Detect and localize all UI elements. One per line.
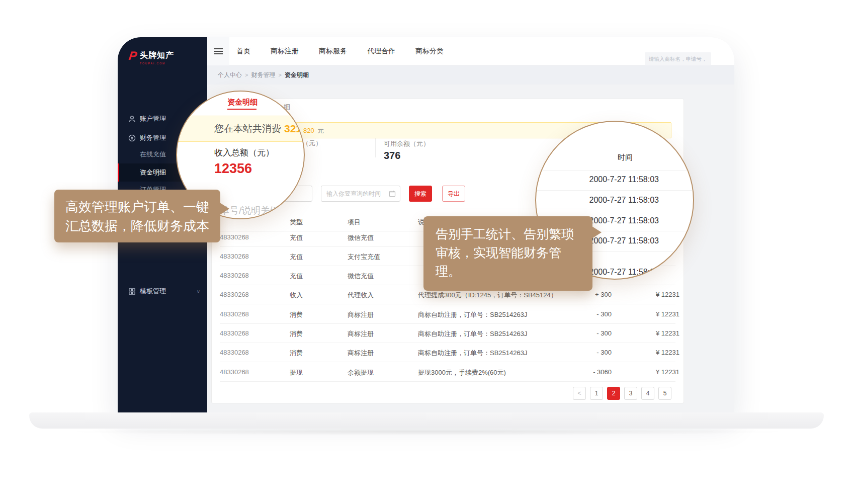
stat-label-fragment: （元）	[302, 139, 322, 148]
pagination-prev-button[interactable]: <	[573, 387, 586, 400]
export-button[interactable]: 导出	[442, 186, 465, 202]
pagination-page-3[interactable]: 3	[624, 387, 637, 400]
callout-text: 汇总数据，降低财务成本	[65, 216, 220, 235]
magnified-time-header: 时间	[536, 153, 659, 162]
sidebar-item-templates[interactable]: 模板管理 ∨	[118, 283, 207, 300]
callout-text: 高效管理账户订单、一键	[65, 197, 220, 216]
stat-label: 可用余额（元）	[384, 140, 430, 147]
breadcrumb: 个人中心 > 财务管理 > 资金明细	[218, 71, 309, 79]
nav-item-home[interactable]: 首页	[236, 47, 250, 56]
col-type[interactable]: 类型	[290, 218, 296, 225]
magnified-banner: 您在本站共消费 32124	[177, 116, 304, 142]
breadcrumb-item-current: 资金明细	[285, 71, 309, 79]
calendar-icon	[389, 190, 396, 199]
magnified-income-label: 收入总额（元）	[214, 147, 274, 158]
breadcrumb-item[interactable]: 个人中心	[218, 71, 242, 79]
brand-name: 头牌知产	[140, 50, 174, 61]
callout-left: 高效管理账户订单、一键 汇总数据，降低财务成本	[54, 190, 220, 242]
table-row: 48330268消费商标注册商标自助注册，订单号：SB2514263J- 300…	[220, 305, 684, 324]
table-row: 48330268提现余额提现提现3000元，手续费2%(60元)- 3060¥ …	[220, 363, 684, 382]
user-icon	[128, 115, 136, 123]
grid-icon	[128, 287, 136, 295]
col-project[interactable]: 项目	[348, 218, 354, 225]
row-divider	[536, 170, 693, 171]
sidebar-item-label: 账户管理	[140, 114, 166, 123]
nav-item-register[interactable]: 商标注册	[271, 47, 299, 56]
nav-item-agency[interactable]: 代理合作	[367, 47, 395, 56]
table-row: 48330268消费商标注册商标自助注册，订单号：SB2514263J- 300…	[220, 324, 684, 343]
callout-arrow-icon	[592, 226, 602, 238]
table-row: 48330268消费商标注册商标自助注册，订单号：SB2514263J- 300…	[220, 343, 684, 362]
banner-amount-fragment: 820	[303, 127, 314, 134]
breadcrumb-separator: >	[278, 72, 281, 78]
magnified-time-cell: 2000-7-27 11:58:03	[536, 196, 659, 205]
callout-text: 理。	[436, 262, 592, 281]
banner-text-fragment: 820 元	[303, 126, 324, 135]
breadcrumb-item[interactable]: 财务管理	[251, 71, 275, 79]
callout-text: 告别手工统计、告别繁琐	[436, 225, 592, 243]
hamburger-icon	[214, 47, 223, 56]
pagination-page-5[interactable]: 5	[658, 387, 671, 400]
nav-item-services[interactable]: 商标服务	[319, 47, 347, 56]
callout-right: 告别手工统计、告别繁琐 审核，实现智能财务管 理。	[423, 216, 592, 291]
row-divider	[536, 211, 693, 211]
laptop-shadow	[60, 428, 793, 436]
callout-text: 审核，实现智能财务管	[436, 243, 592, 262]
magnified-time-cell: 2000-7-27 11:58:03	[536, 175, 659, 184]
menu-toggle-button[interactable]	[207, 37, 229, 65]
magnified-tab-label: 资金明细	[227, 98, 258, 107]
brand-logo-icon: P	[128, 50, 137, 61]
pagination-page-4[interactable]: 4	[641, 387, 654, 400]
row-divider	[536, 190, 693, 191]
trademark-search-input[interactable]	[645, 52, 711, 65]
brand-subtext: TOUPAI.COM	[140, 62, 174, 65]
stat-divider	[375, 138, 376, 157]
marketing-canvas: P 头牌知产 TOUPAI.COM 账户管理 ∨ 财务管理 ∧	[0, 0, 853, 504]
stat-value: 376	[384, 150, 430, 161]
tab-underline	[227, 109, 257, 110]
pagination: < 1 2 3 4 5	[573, 387, 671, 400]
pagination-page-1[interactable]: 1	[590, 387, 603, 400]
sidebar-item-label: 财务管理	[140, 133, 166, 142]
pagination-page-2-active[interactable]: 2	[607, 387, 620, 400]
laptop-base	[29, 412, 824, 429]
chevron-down-icon: ∨	[197, 289, 200, 294]
search-button[interactable]: 搜索	[409, 186, 432, 202]
breadcrumb-separator: >	[245, 72, 248, 78]
magnified-banner-text: 您在本站共消费	[214, 122, 281, 135]
magnified-income-value: 12356	[214, 161, 252, 177]
finance-icon	[128, 134, 136, 142]
nav-item-classes[interactable]: 商标分类	[415, 47, 444, 56]
available-balance-stat: 可用余额（元） 376	[384, 139, 430, 161]
brand-logo[interactable]: P 头牌知产 TOUPAI.COM	[129, 50, 174, 65]
top-navbar: 首页 商标注册 商标服务 代理合作 商标分类	[207, 37, 734, 65]
main-nav: 首页 商标注册 商标服务 代理合作 商标分类	[236, 37, 444, 65]
callout-arrow-icon	[220, 203, 229, 215]
banner-unit: 元	[317, 127, 324, 134]
sidebar-item-label: 模板管理	[140, 287, 166, 296]
breadcrumb-bar: 个人中心 > 财务管理 > 资金明细	[207, 65, 734, 85]
